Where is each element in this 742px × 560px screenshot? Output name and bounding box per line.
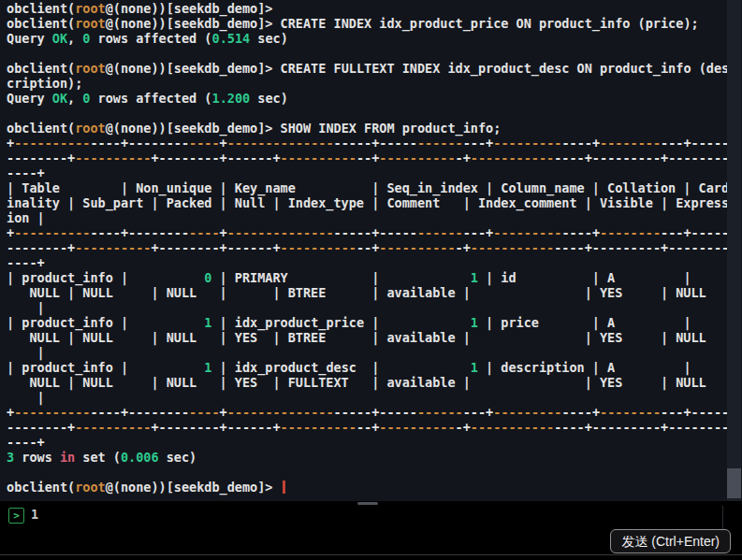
- prompt-icon: >: [8, 508, 24, 524]
- terminal-line: +--------------+------------+-----------…: [7, 225, 742, 240]
- scrollbar-track: [727, 0, 741, 501]
- terminal-line: inality | Sub_part | Packed | Null | Ind…: [7, 195, 742, 210]
- terminal-line: ----+: [7, 255, 742, 270]
- terminal-line: | product_info | 0 | PRIMARY | 1 | id | …: [7, 270, 742, 285]
- terminal-line: ----+: [7, 435, 742, 450]
- terminal-line: NULL | NULL | NULL | | BTREE | available…: [7, 285, 742, 300]
- terminal-text: obclient(root@(none))[seekdb_demo]> obcl…: [0, 0, 742, 495]
- terminal-line: cription);: [7, 76, 742, 91]
- text-cursor: [283, 481, 285, 494]
- terminal-line: NULL | NULL | NULL | YES | BTREE | avail…: [7, 330, 742, 345]
- terminal-line: [7, 465, 742, 480]
- terminal-line: NULL | NULL | NULL | YES | FULLTEXT | av…: [7, 375, 742, 390]
- sql-input-area[interactable]: > 1 发送 (Ctrl+Enter): [0, 506, 742, 560]
- terminal-line: +--------------+------------+-----------…: [7, 136, 742, 151]
- terminal-line: |: [7, 300, 742, 315]
- terminal-line: --------+----------+--------+------+----…: [7, 420, 742, 435]
- terminal-line: obclient(root@(none))[seekdb_demo]>: [7, 1, 742, 16]
- terminal-line: +--------------+------------+-----------…: [7, 405, 742, 420]
- terminal-line: ----+: [7, 165, 742, 180]
- obclient-terminal-window: obclient(root@(none))[seekdb_demo]> obcl…: [0, 0, 742, 560]
- terminal-line: | product_info | 1 | idx_product_desc | …: [7, 360, 742, 375]
- terminal-line: [7, 46, 742, 61]
- divider-drag-handle[interactable]: [357, 502, 378, 505]
- send-button[interactable]: 发送 (Ctrl+Enter): [610, 529, 731, 553]
- terminal-output[interactable]: obclient(root@(none))[seekdb_demo]> obcl…: [0, 0, 742, 501]
- terminal-line: --------+----------+--------+------+----…: [7, 151, 742, 165]
- terminal-line: [7, 106, 742, 121]
- terminal-line: obclient(root@(none))[seekdb_demo]> SHOW…: [7, 121, 742, 136]
- terminal-line: |: [7, 345, 742, 360]
- terminal-line: ion |: [7, 210, 742, 225]
- terminal-line: Query OK, 0 rows affected (1.200 sec): [7, 91, 742, 106]
- terminal-line: obclient(root@(none))[seekdb_demo]> CREA…: [7, 61, 742, 76]
- scrollbar-thumb[interactable]: [727, 468, 741, 498]
- terminal-line: obclient(root@(none))[seekdb_demo]>: [7, 480, 742, 495]
- statusbar-divider: [0, 554, 742, 555]
- terminal-line: | product_info | 1 | idx_product_price |…: [7, 315, 742, 330]
- terminal-line: obclient(root@(none))[seekdb_demo]> CREA…: [7, 16, 742, 31]
- terminal-line: --------+----------+--------+------+----…: [7, 240, 742, 255]
- terminal-line: Query OK, 0 rows affected (0.514 sec): [7, 31, 742, 46]
- terminal-line: 3 rows in set (0.006 sec): [7, 450, 742, 465]
- terminal-line: | Table | Non_unique | Key_name | Seq_in…: [7, 180, 742, 195]
- line-number: 1: [31, 507, 38, 522]
- terminal-line: |: [7, 390, 742, 405]
